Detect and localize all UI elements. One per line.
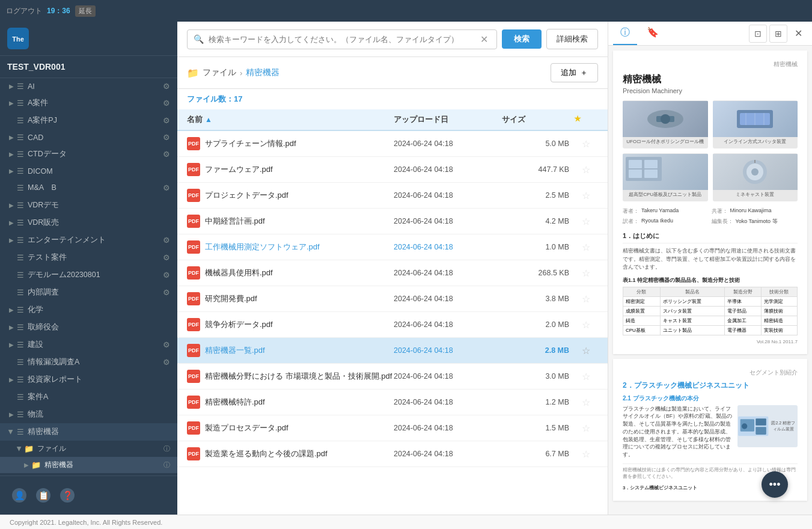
preview-tab-info[interactable]: ⓘ <box>613 22 637 45</box>
sidebar-item-demo-room[interactable]: ☰ デモルーム20230801 ⚙ <box>0 266 177 284</box>
breadcrumb-current: 精密機器 <box>246 67 279 78</box>
star-cell[interactable]: ☆ <box>574 138 598 150</box>
star-icon[interactable]: ☆ <box>582 138 590 150</box>
search-clear-icon[interactable]: ✕ <box>478 34 490 45</box>
sidebar-item-chemistry[interactable]: ▶ ☰ 化学 <box>0 301 177 319</box>
main-layout: The TEST_VDR001 ▶ ☰ AI ⚙ ▶ ☰ A案件 ⚙ ☰ A案件 <box>0 22 812 515</box>
sidebar-item-ma-b[interactable]: ☰ M&A B ⚙ <box>0 179 177 197</box>
add-button[interactable]: 追加 ＋ <box>551 63 598 82</box>
star-cell[interactable]: ☆ <box>574 164 598 176</box>
sidebar-help-icon[interactable]: ❓ <box>58 486 77 505</box>
sidebar-item-file-folder[interactable]: ▶ 📁 ファイル ⓘ <box>0 441 177 457</box>
chevron-right-icon: ▶ <box>7 201 16 210</box>
table-row-active[interactable]: PDF 精密機器一覧.pdf 2024-06-24 04:18 2.8 MB ☆ <box>177 338 608 364</box>
search-detail-button[interactable]: 詳細検索 <box>546 29 598 49</box>
table-row[interactable]: PDF 競争分析データ.pdf 2024-06-24 04:18 2.0 MB … <box>177 312 608 338</box>
star-cell[interactable]: ☆ <box>574 371 598 382</box>
search-input[interactable] <box>209 35 478 44</box>
sidebar-item-dicom[interactable]: ▶ ☰ DICOM <box>0 163 177 179</box>
star-icon[interactable]: ☆ <box>582 164 590 176</box>
table-row[interactable]: PDF 精密機械分野における 市場環境と製品・技術展開.pdf 2024-06-… <box>177 364 608 390</box>
table-row[interactable]: PDF 工作機械用測定ソフトウェア.pdf 2024-06-24 04:18 1… <box>177 234 608 260</box>
star-icon[interactable]: ☆ <box>582 448 590 460</box>
sidebar-item-internal-survey[interactable]: ☰ 内部調査 ⚙ <box>0 284 177 301</box>
preview-close-icon[interactable]: ✕ <box>790 24 807 43</box>
gear-icon[interactable]: ⚙ <box>163 288 170 297</box>
table-row[interactable]: PDF サプライチェーン情報.pdf 2024-06-24 04:18 5.0 … <box>177 131 608 157</box>
gear-icon[interactable]: ⚙ <box>163 271 170 280</box>
star-icon[interactable]: ☆ <box>582 190 590 201</box>
star-icon[interactable]: ☆ <box>582 319 590 331</box>
sidebar-item-ai[interactable]: ▶ ☰ AI ⚙ <box>0 78 177 94</box>
star-icon[interactable]: ☆ <box>582 345 590 356</box>
sidebar-item-ctd[interactable]: ▶ ☰ CTDデータ ⚙ <box>0 145 177 163</box>
star-cell[interactable]: ☆ <box>574 268 598 279</box>
table-row[interactable]: PDF ファームウェア.pdf 2024-06-24 04:18 447.7 K… <box>177 157 608 183</box>
gear-icon[interactable]: ⚙ <box>163 99 170 108</box>
file-date: 2024-06-24 04:18 <box>394 320 502 329</box>
preview-fullscreen-icon[interactable]: ⊞ <box>769 25 787 43</box>
gear-icon[interactable]: ⚙ <box>163 253 170 262</box>
preview-tab-bookmark[interactable]: 🔖 <box>640 22 666 45</box>
sidebar-user-icon[interactable]: 👤 <box>10 486 29 505</box>
search-button[interactable]: 検索 <box>502 29 542 49</box>
gear-icon[interactable]: ⚙ <box>163 82 170 91</box>
sidebar-item-entertainment[interactable]: ▶ ☰ エンターテインメント ⚙ <box>0 231 177 249</box>
star-icon[interactable]: ☆ <box>582 397 590 408</box>
table-row[interactable]: PDF 研究開発費.pdf 2024-06-24 04:18 3.8 MB ☆ <box>177 286 608 312</box>
chat-button[interactable]: ••• <box>762 471 788 498</box>
gear-icon[interactable]: ⚙ <box>163 133 170 142</box>
sidebar-item-construction[interactable]: ▶ ☰ 建設 ⚙ <box>0 336 177 353</box>
sidebar-item-test-case[interactable]: ☰ テスト案件 ⚙ <box>0 249 177 266</box>
breadcrumb-root[interactable]: ファイル <box>203 67 236 78</box>
preview-expand-icon[interactable]: ⊡ <box>749 25 767 43</box>
gear-icon[interactable]: ⚙ <box>163 340 170 349</box>
star-cell[interactable]: ☆ <box>574 423 598 434</box>
sidebar-item-a-case-pj[interactable]: ☰ A案件PJ ⚙ <box>0 112 177 129</box>
star-icon[interactable]: ☆ <box>582 293 590 305</box>
sidebar-item-a-case[interactable]: ▶ ☰ A案件 ⚙ <box>0 94 177 112</box>
table-row[interactable]: PDF プロジェクトデータ.pdf 2024-06-24 04:18 2.5 M… <box>177 183 608 209</box>
sidebar-item-investor[interactable]: ▶ ☰ 投資家レポート <box>0 371 177 388</box>
preview-panel: ⓘ 🔖 ⊡ ⊞ ✕ 精密機械 精密機械 Precision Machinery <box>608 22 812 515</box>
preview-tabs-left: ⓘ 🔖 <box>613 22 666 45</box>
machine-visual-3 <box>623 154 708 190</box>
star-icon[interactable]: ☆ <box>582 268 590 279</box>
star-icon[interactable]: ☆ <box>582 371 590 382</box>
star-icon[interactable]: ☆ <box>582 242 590 253</box>
gear-icon[interactable]: ⚙ <box>163 358 170 367</box>
gear-icon[interactable]: ⚙ <box>163 116 170 125</box>
star-cell[interactable]: ☆ <box>574 397 598 408</box>
gear-icon[interactable]: ⚙ <box>163 183 170 192</box>
gear-icon[interactable]: ⚙ <box>163 236 170 245</box>
star-cell[interactable]: ☆ <box>574 293 598 305</box>
sidebar-item-cad[interactable]: ▶ ☰ CAD ⚙ <box>0 129 177 145</box>
star-cell[interactable]: ☆ <box>574 448 598 460</box>
star-cell[interactable]: ☆ <box>574 190 598 201</box>
table-row[interactable]: PDF 製造プロセスデータ.pdf 2024-06-24 04:18 1.5 M… <box>177 415 608 441</box>
star-cell[interactable]: ☆ <box>574 345 598 356</box>
star-cell[interactable]: ☆ <box>574 216 598 227</box>
sidebar-item-precision[interactable]: ▶ ☰ 精密機器 <box>0 423 177 441</box>
table-row[interactable]: PDF 精密機械特許.pdf 2024-06-24 04:18 1.2 MB ☆ <box>177 390 608 415</box>
sidebar-item-info-leak[interactable]: ☰ 情報漏洩調査A ⚙ <box>0 353 177 371</box>
star-cell[interactable]: ☆ <box>574 319 598 331</box>
star-cell[interactable]: ☆ <box>574 242 598 253</box>
sidebar-item-precision-subfolder[interactable]: ▶ 📁 精密機器 ⓘ <box>0 457 177 473</box>
extend-button[interactable]: 延長 <box>75 5 96 17</box>
table-row[interactable]: PDF 中期経営計画.pdf 2024-06-24 04:18 4.2 MB ☆ <box>177 209 608 234</box>
sidebar-notes-icon[interactable]: 📋 <box>34 486 53 505</box>
sidebar-item-vdr-demo[interactable]: ▶ ☰ VDRデモ <box>0 197 177 214</box>
table-row[interactable]: PDF 製造業を巡る動向と今後の課題.pdf 2024-06-24 04:18 … <box>177 441 608 467</box>
gear-icon[interactable]: ⚙ <box>163 150 170 159</box>
star-icon[interactable]: ☆ <box>582 423 590 434</box>
sidebar-item-vdr-sales[interactable]: ▶ ☰ VDR販売 <box>0 214 177 231</box>
table-row[interactable]: PDF 機械器具使用料.pdf 2024-06-24 04:18 268.5 K… <box>177 260 608 286</box>
sidebar-item-board[interactable]: ▶ ☰ 取締役会 <box>0 319 177 336</box>
sidebar-item-case-a[interactable]: ☰ 案件A <box>0 388 177 406</box>
logout-label[interactable]: ログアウト <box>6 6 42 16</box>
star-icon[interactable]: ☆ <box>582 216 590 227</box>
sidebar-item-logistics[interactable]: ▶ ☰ 物流 <box>0 406 177 423</box>
file-size: 3.8 MB <box>502 295 574 303</box>
sort-icon[interactable]: ▲ <box>205 115 212 124</box>
